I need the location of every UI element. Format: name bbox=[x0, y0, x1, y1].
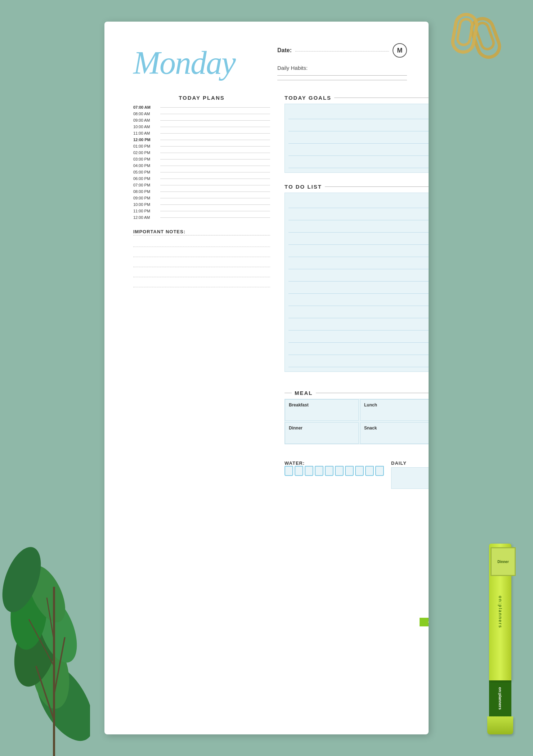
time-label: 10:00 PM bbox=[133, 202, 157, 207]
time-label: 05:00 PM bbox=[133, 170, 157, 174]
todo-line bbox=[288, 294, 429, 306]
planner-paper: Monday Date: M Daily Habits: TODAY PLANS… bbox=[104, 22, 429, 734]
todo-title-line bbox=[325, 186, 429, 187]
habits-line-1 bbox=[277, 75, 407, 76]
time-line bbox=[160, 127, 270, 127]
todo-line bbox=[288, 331, 429, 343]
main-columns: TODAY PLANS 07:00 AM 08:00 AM 09:00 AM 1… bbox=[133, 95, 407, 489]
date-line bbox=[295, 51, 389, 51]
highlighter-text: on:planners bbox=[498, 596, 503, 629]
today-plans-title: TODAY PLANS bbox=[133, 95, 270, 101]
time-line bbox=[160, 211, 270, 211]
meal-title: MEAL bbox=[295, 390, 313, 396]
water-cup-1 bbox=[285, 466, 293, 476]
meal-cell-lunch: Lunch bbox=[360, 399, 429, 421]
header-right: Date: M Daily Habits: bbox=[277, 43, 407, 80]
water-cup-6 bbox=[335, 466, 344, 476]
time-line bbox=[160, 146, 270, 147]
todo-box bbox=[285, 193, 429, 372]
svg-rect-15 bbox=[457, 18, 473, 46]
time-line bbox=[160, 179, 270, 179]
water-cup-3 bbox=[305, 466, 313, 476]
daily-label: DAILY bbox=[391, 460, 429, 466]
todo-line bbox=[288, 356, 429, 367]
time-slot: 10:00 AM bbox=[133, 125, 270, 129]
water-cups bbox=[285, 466, 384, 476]
todo-line bbox=[288, 307, 429, 318]
right-column: TODAY GOALS TO DO LIST bbox=[285, 95, 429, 489]
flag-decoration bbox=[420, 618, 429, 626]
water-cup-9 bbox=[365, 466, 374, 476]
water-cup-10 bbox=[375, 466, 384, 476]
notes-label: IMPORTANT NOTES: bbox=[133, 229, 270, 235]
time-slot: 06:00 PM bbox=[133, 176, 270, 181]
meal-breakfast-label: Breakfast bbox=[289, 402, 355, 408]
time-slot: 03:00 PM bbox=[133, 157, 270, 161]
todo-section: TO DO LIST bbox=[285, 184, 429, 372]
todo-line bbox=[288, 209, 429, 220]
today-goals-title: TODAY GOALS bbox=[285, 95, 331, 101]
todo-line bbox=[288, 246, 429, 257]
time-label: 06:00 PM bbox=[133, 176, 157, 181]
time-label: 07:00 PM bbox=[133, 183, 157, 187]
notes-line bbox=[133, 258, 270, 267]
time-slot: 12:00 AM bbox=[133, 215, 270, 220]
todo-title: TO DO LIST bbox=[285, 184, 322, 190]
time-line bbox=[160, 140, 270, 140]
leaves-decoration bbox=[0, 522, 90, 756]
notes-line bbox=[133, 238, 270, 247]
time-label: 11:00 PM bbox=[133, 209, 157, 213]
meal-lunch-label: Lunch bbox=[364, 402, 429, 408]
time-slots-list: 07:00 AM 08:00 AM 09:00 AM 10:00 AM 11:0… bbox=[133, 105, 270, 222]
time-label: 04:00 PM bbox=[133, 163, 157, 168]
time-label: 03:00 PM bbox=[133, 157, 157, 161]
water-cup-7 bbox=[345, 466, 354, 476]
water-cup-4 bbox=[315, 466, 323, 476]
time-slot: 11:00 AM bbox=[133, 131, 270, 135]
time-slot: 02:00 PM bbox=[133, 150, 270, 155]
time-line bbox=[160, 120, 270, 121]
time-line bbox=[160, 217, 270, 218]
stamp-text: Dinner bbox=[497, 560, 509, 564]
stamp-decoration: Dinner bbox=[491, 547, 516, 576]
time-line bbox=[160, 153, 270, 153]
brand-label: on:planners bbox=[498, 687, 502, 710]
notes-line bbox=[133, 248, 270, 257]
time-label: 08:00 PM bbox=[133, 189, 157, 194]
time-line bbox=[160, 204, 270, 205]
time-label: 02:00 PM bbox=[133, 150, 157, 155]
time-label: 07:00 AM bbox=[133, 105, 157, 109]
time-line bbox=[160, 133, 270, 134]
goals-line bbox=[288, 132, 429, 144]
goals-title-line bbox=[334, 98, 429, 98]
todo-line bbox=[288, 258, 429, 269]
habits-line-2 bbox=[277, 80, 407, 80]
time-slot: 07:00 AM bbox=[133, 105, 270, 109]
header-section: Monday Date: M Daily Habits: bbox=[133, 40, 407, 80]
water-cup-2 bbox=[295, 466, 303, 476]
meal-snack-label: Snack bbox=[364, 426, 429, 431]
goals-line bbox=[288, 120, 429, 131]
time-slot: 08:00 AM bbox=[133, 112, 270, 116]
notes-line bbox=[133, 269, 270, 277]
time-slot: 08:00 PM bbox=[133, 189, 270, 194]
time-line bbox=[160, 114, 270, 114]
important-notes-section: IMPORTANT NOTES: bbox=[133, 229, 270, 289]
meal-dinner-label: Dinner bbox=[289, 426, 355, 431]
m-circle: M bbox=[393, 43, 407, 58]
todo-line bbox=[288, 197, 429, 208]
water-cup-8 bbox=[355, 466, 364, 476]
date-label: Date: bbox=[277, 47, 292, 54]
time-line bbox=[160, 198, 270, 198]
bottom-row: WATER: DAI bbox=[285, 460, 429, 489]
time-line bbox=[160, 166, 270, 166]
time-slot: 12:00 PM bbox=[133, 138, 270, 142]
date-row: Date: M bbox=[277, 43, 407, 58]
meal-grid: Breakfast Lunch Dinner Snack bbox=[285, 399, 429, 444]
goals-line bbox=[288, 108, 429, 119]
habits-row: Daily Habits: bbox=[277, 65, 407, 80]
todo-line bbox=[288, 343, 429, 355]
todo-line bbox=[288, 233, 429, 245]
time-label: 09:00 AM bbox=[133, 118, 157, 122]
goals-line bbox=[288, 157, 429, 168]
